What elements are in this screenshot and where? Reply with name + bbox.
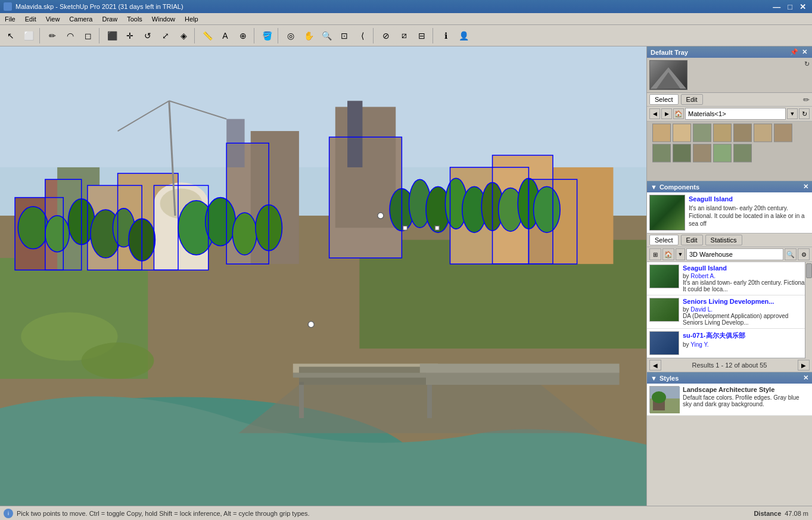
pan-tool-btn[interactable]: ✋ [300,27,317,44]
tray-title: Default Tray [651,49,688,56]
comp-edit-tab[interactable]: Edit [681,235,703,245]
model-info-btn[interactable]: ℹ [437,27,454,44]
select-tool-btn[interactable]: ↖ [2,27,19,44]
svg-rect-20 [553,167,613,264]
svg-rect-77 [754,124,772,142]
prev-view-btn[interactable]: ⟨ [354,27,371,44]
svg-rect-73 [673,124,691,142]
result-item-2[interactable]: Seniors Living Developmen... by David L.… [647,295,812,329]
grid-view-btn[interactable]: ⊞ [649,248,661,260]
menu-help[interactable]: Help [180,14,203,24]
style-info: Landscape Architecture Style Default fac… [683,386,810,413]
result-item-3[interactable]: su-071-高尔夫俱乐部 by Ying Y. [647,329,812,358]
paint-tool-btn[interactable]: 🪣 [259,27,275,44]
materials-select-tab[interactable]: Select [649,94,679,105]
materials-edit-tab[interactable]: Edit [681,94,703,105]
text-tool-btn[interactable]: A [217,27,234,44]
section-plane-btn[interactable]: ⊘ [378,27,394,44]
materials-back-btn[interactable]: ◀ [649,108,660,119]
tray-close-btn[interactable]: ✕ [801,48,808,56]
result-title-2[interactable]: Seniors Living Developmen... [683,298,810,305]
menu-edit[interactable]: Edit [20,14,41,24]
style-item-landscape[interactable]: Landscape Architecture Style Default fac… [647,384,812,416]
comp-home-btn[interactable]: 🏠 [662,248,674,260]
profile-btn[interactable]: 👤 [455,27,472,44]
toolbar-sep-6 [373,28,375,43]
comp-nav-arrow[interactable]: ▼ [676,248,685,260]
zoom-extent-btn[interactable]: ⊡ [336,27,353,44]
result-author-2: by David L. [683,306,810,313]
axes-tool-btn[interactable]: ⊕ [235,27,251,44]
result-item-1[interactable]: Seagull Island by Robert A. It's an isla… [647,262,812,295]
materials-home-btn[interactable]: 🏠 [673,108,684,119]
svg-rect-72 [653,124,671,142]
svg-point-87 [652,391,666,403]
materials-edit-icon[interactable]: ✏ [803,95,810,104]
materials-dropdown[interactable]: Materials<1> [685,108,786,120]
warehouse-source-dropdown[interactable]: 3D Warehouse [686,248,783,260]
tray-pin-btn[interactable]: 📌 [789,48,799,56]
svg-rect-82 [714,144,732,162]
menu-draw[interactable]: Draw [97,14,122,24]
zoom-tool-btn[interactable]: 🔍 [318,27,335,44]
materials-forward-btn[interactable]: ▶ [661,108,672,119]
arc-tool-btn[interactable]: ◠ [62,27,79,44]
result-author-link-2[interactable]: David L. [690,306,713,313]
component-thumbnail [649,195,685,231]
menu-tools[interactable]: Tools [122,14,147,24]
components-collapse-icon[interactable]: ▼ [651,183,657,191]
results-scrollbar[interactable] [805,262,812,359]
section-cut-btn[interactable]: ⧄ [396,27,412,44]
titlebar-controls[interactable]: — □ ✕ [770,2,808,11]
menu-file[interactable]: File [0,14,20,24]
line-tool-btn[interactable]: ✏ [44,27,61,44]
materials-reload-btn[interactable]: ↻ [799,108,810,119]
component-desc-text: It's an island town- early 20th century.… [689,205,805,227]
display-section-btn[interactable]: ⊟ [413,27,430,44]
move-tool-btn[interactable]: ✛ [122,27,138,44]
menu-view[interactable]: View [41,14,65,24]
result-author-link-3[interactable]: Ying Y. [690,341,708,348]
comp-select-tab[interactable]: Select [649,235,679,245]
pushpull-tool-btn[interactable]: ⬛ [104,27,120,44]
search-config-btn[interactable]: ⚙ [798,248,810,260]
components-section-header: ▼ Components ✕ [647,181,812,192]
info-icon[interactable]: i [4,509,13,518]
minimize-button[interactable]: — [770,2,783,11]
close-button[interactable]: ✕ [797,2,808,11]
svg-point-69 [82,342,154,379]
offset-tool-btn[interactable]: ◈ [175,27,192,44]
materials-tab-row: Select Edit ✏ [647,93,812,107]
result-author-1: by Robert A. [683,273,810,279]
svg-rect-67 [435,226,439,230]
result-title-3[interactable]: su-071-高尔夫俱乐部 [683,331,745,340]
components-close-btn[interactable]: ✕ [803,183,808,191]
menu-camera[interactable]: Camera [64,14,97,24]
eraser-tool-btn[interactable]: ⬜ [20,27,37,44]
thumbnail-reload-btn[interactable]: ↻ [804,60,810,68]
viewport[interactable] [0,46,646,506]
menu-window[interactable]: Window [147,14,180,24]
scale-tool-btn[interactable]: ⤢ [157,27,174,44]
materials-dropdown-arrow[interactable]: ▼ [787,108,798,119]
results-prev-btn[interactable]: ◀ [649,360,661,370]
tape-tool-btn[interactable]: 📏 [199,27,216,44]
results-next-btn[interactable]: ▶ [798,360,810,370]
shapes-tool-btn[interactable]: ◻ [80,27,97,44]
main-layout: Default Tray 📌 ✕ ↻ Select Edit ✏ [0,46,812,506]
component-description: Seagull Island It's an island town- earl… [689,195,810,231]
styles-collapse-icon[interactable]: ▼ [651,375,657,382]
result-title-1[interactable]: Seagull Island [683,264,810,272]
maximize-button[interactable]: □ [785,2,795,11]
orbit-tool-btn[interactable]: ◎ [282,27,299,44]
result-author-link-1[interactable]: Robert A. [690,273,715,279]
svg-rect-83 [734,144,752,162]
styles-close-btn[interactable]: ✕ [803,374,808,382]
rotate-tool-btn[interactable]: ↺ [139,27,156,44]
scrollbar-thumb[interactable] [806,263,812,278]
comp-statistics-tab[interactable]: Statistics [705,235,742,245]
svg-rect-81 [693,144,711,162]
component-tab-row: Select Edit Statistics [647,233,812,247]
component-search-btn[interactable]: 🔍 [785,248,797,260]
component-name[interactable]: Seagull Island [689,195,810,203]
